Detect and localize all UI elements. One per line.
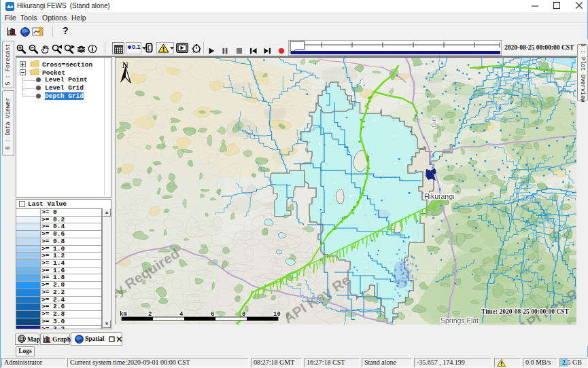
svg-text:6: 6 bbox=[211, 311, 214, 318]
svg-text:SH 1: SH 1 bbox=[431, 116, 437, 128]
svg-text:8: 8 bbox=[242, 311, 245, 318]
svg-text:4: 4 bbox=[179, 311, 184, 318]
svg-text:2: 2 bbox=[148, 311, 152, 318]
svg-text:10: 10 bbox=[273, 311, 281, 318]
svg-text:km: km bbox=[120, 311, 127, 318]
svg-text:Hikurangi: Hikurangi bbox=[424, 192, 454, 200]
svg-text:Springs Flat: Springs Flat bbox=[440, 316, 479, 325]
svg-text:Time: 2020-08-25 00:00:00 CST: Time: 2020-08-25 00:00:00 CST bbox=[481, 308, 570, 315]
